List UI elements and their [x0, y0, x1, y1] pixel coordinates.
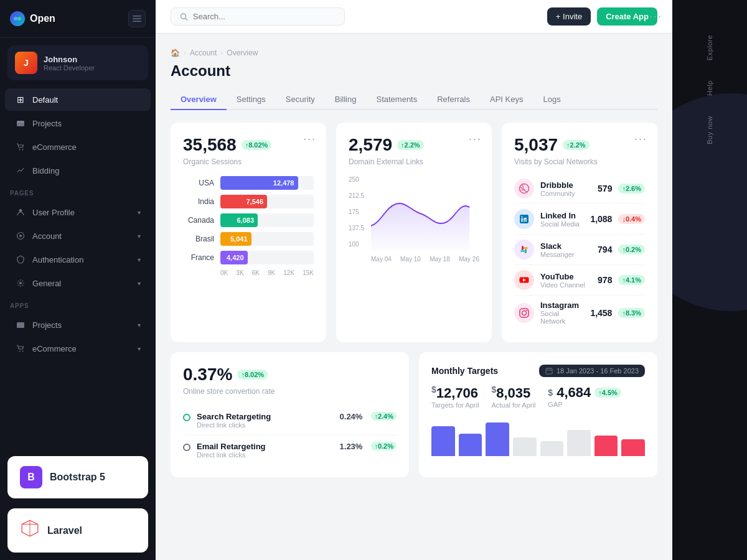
- tab-settings[interactable]: Settings: [227, 90, 276, 110]
- svg-rect-23: [524, 247, 528, 249]
- target-rate: 1.23%: [340, 442, 363, 451]
- bidding-icon: [15, 165, 26, 176]
- monthly-targets-label: Monthly Targets: [431, 366, 498, 376]
- social-change: ↓0.4%: [618, 214, 645, 224]
- sidebar-item-user-profile[interactable]: User Profile ▾: [5, 201, 151, 223]
- dribbble-icon: [514, 179, 534, 198]
- svg-rect-2: [133, 16, 141, 17]
- bar-row-usa: USA 12,478: [183, 176, 314, 190]
- social-name: YouTube: [540, 272, 591, 281]
- svg-point-0: [14, 17, 17, 21]
- monthly-targets-card: Monthly Targets 18 Jan 2023 - 16 Feb 202…: [419, 352, 657, 477]
- social-info: Dribbble Community: [540, 180, 591, 197]
- search-icon: [180, 12, 188, 21]
- social-value: 794: [598, 245, 612, 254]
- target-change: ↑2.4%: [371, 412, 397, 421]
- bootstrap-promo-card[interactable]: B Bootstrap 5: [7, 456, 148, 498]
- expand-icon: ▾: [138, 256, 141, 263]
- social-item-linkedin: Linked In Social Media 1,088 ↓0.4%: [514, 204, 645, 235]
- target-name: Search Retargeting: [197, 412, 334, 421]
- line-chart: 250 212.5 175 137.5 100: [349, 176, 479, 263]
- user-card[interactable]: J Johnson React Developer: [7, 45, 148, 80]
- social-item-youtube: YouTube Video Channel 978 ↑4.1%: [514, 265, 645, 296]
- sidebar-item-default[interactable]: ⊞ Default: [5, 88, 151, 111]
- buy-now-button[interactable]: Buy now: [701, 106, 718, 154]
- bar-fill: 7,546: [220, 195, 267, 208]
- home-icon: 🏠: [171, 49, 180, 57]
- sidebar-item-general[interactable]: General ▾: [5, 272, 151, 294]
- links-more-button[interactable]: ···: [469, 133, 482, 146]
- social-type: Messanger: [540, 251, 591, 258]
- main-content: + Invite Create App 🏠 › Account › Overvi…: [156, 0, 672, 560]
- bar-label: USA: [183, 179, 214, 187]
- bootstrap-icon: B: [20, 466, 42, 488]
- svg-point-1: [17, 17, 21, 21]
- social-info: Linked In Social Media: [540, 211, 584, 228]
- app-name: Open: [30, 13, 55, 24]
- expand-icon: ▾: [138, 233, 141, 240]
- app-logo[interactable]: Open: [10, 11, 55, 26]
- sidebar-toggle-button[interactable]: [128, 10, 146, 27]
- bar-fill: 5,041: [220, 232, 251, 246]
- sidebar-item-label: Projects: [32, 320, 62, 330]
- search-box[interactable]: [171, 7, 345, 26]
- svg-point-10: [19, 235, 22, 237]
- explore-button[interactable]: Explore: [701, 25, 718, 70]
- bar-row-brasil: Brasil 5,041: [183, 232, 314, 246]
- social-item-slack: Slack Messanger 794 ↑0.2%: [514, 235, 645, 265]
- tab-logs[interactable]: Logs: [533, 90, 570, 110]
- social-more-button[interactable]: ···: [634, 133, 647, 146]
- sidebar-item-ecommerce[interactable]: eCommerce: [5, 136, 151, 158]
- bar-fill: 6,083: [220, 213, 258, 227]
- tab-billing[interactable]: Billing: [325, 90, 367, 110]
- sessions-metric-label: Organic Sessions: [183, 157, 314, 166]
- svg-point-14: [22, 351, 24, 352]
- sidebar-item-label: Authentication: [32, 255, 83, 264]
- line-chart-x-axis: May 04May 10May 18May 26: [371, 256, 479, 263]
- sessions-more-button[interactable]: ···: [303, 133, 316, 146]
- conversion-change-badge: ↑8.02%: [237, 370, 268, 380]
- tab-overview[interactable]: Overview: [171, 90, 227, 110]
- tab-api-keys[interactable]: API Keys: [480, 90, 533, 110]
- social-change: ↑0.2%: [618, 245, 645, 254]
- sidebar-item-label: Projects: [32, 119, 62, 128]
- page-content: 🏠 › Account › Overview Account Overview …: [156, 34, 672, 560]
- social-info: Slack Messanger: [540, 241, 591, 258]
- breadcrumb-overview: Overview: [227, 49, 258, 57]
- tab-referrals[interactable]: Referrals: [427, 90, 480, 110]
- breadcrumb-account[interactable]: Account: [190, 49, 217, 57]
- targeting-item-email: Email Retargeting Direct link clicks 1.2…: [183, 436, 397, 465]
- folder-icon: [15, 118, 26, 129]
- avatar: J: [15, 52, 37, 74]
- sidebar-item-ecommerce-app[interactable]: eCommerce ▾: [5, 337, 151, 360]
- svg-rect-12: [17, 322, 24, 328]
- sessions-card: ··· 35,568 ↑8.02% Organic Sessions USA 1…: [171, 123, 326, 342]
- help-button[interactable]: Help: [701, 70, 718, 106]
- sidebar-item-account[interactable]: Account ▾: [5, 225, 151, 247]
- bar-track: 12,478: [220, 176, 314, 190]
- sidebar-item-authentication[interactable]: Authentication ▾: [5, 248, 151, 271]
- links-metric-value: 2,579 ↑2.2%: [349, 135, 479, 155]
- sidebar-item-projects-app[interactable]: Projects ▾: [5, 314, 151, 336]
- sidebar-item-projects[interactable]: Projects: [5, 112, 151, 134]
- svg-point-13: [19, 351, 21, 352]
- links-metric-label: Domain External Links: [349, 157, 479, 166]
- svg-rect-4: [133, 21, 141, 22]
- auth-icon: [15, 254, 26, 265]
- bar-axis: 0K3K6K9K12K15K: [183, 269, 314, 276]
- create-app-button[interactable]: Create App: [597, 7, 657, 26]
- sidebar-item-bidding[interactable]: Bidding: [5, 159, 151, 182]
- tab-statements[interactable]: Statements: [366, 90, 427, 110]
- bar-track: 5,041: [220, 232, 314, 246]
- svg-rect-22: [520, 250, 525, 252]
- invite-button[interactable]: + Invite: [547, 7, 591, 26]
- sessions-change-badge: ↑8.02%: [242, 140, 272, 150]
- tab-security[interactable]: Security: [276, 90, 325, 110]
- sidebar-item-label: eCommerce: [32, 142, 77, 152]
- svg-point-7: [22, 149, 24, 151]
- bar-fill: 12,478: [220, 176, 298, 190]
- social-change: ↑4.1%: [618, 275, 645, 285]
- search-input[interactable]: [193, 12, 336, 21]
- laravel-promo-card[interactable]: Laravel: [7, 508, 148, 553]
- actual-for-april: $8,035 Actual for April: [491, 385, 535, 409]
